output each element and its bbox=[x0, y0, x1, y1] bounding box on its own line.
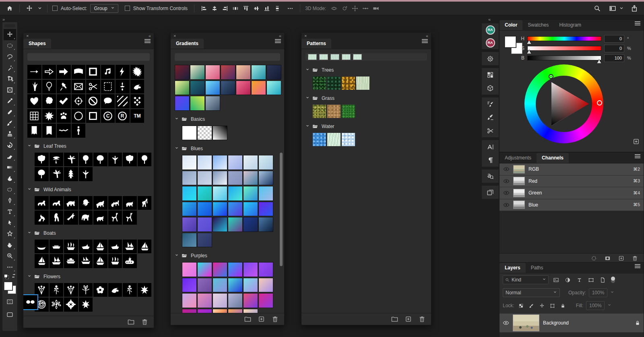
brush-tool[interactable] bbox=[4, 118, 16, 129]
shape-cruiser[interactable] bbox=[64, 254, 78, 268]
panel-menu-icon[interactable] bbox=[144, 41, 151, 41]
new-group-icon[interactable] bbox=[244, 316, 251, 323]
gradient-swatch[interactable] bbox=[182, 278, 197, 293]
share-icon[interactable] bbox=[630, 4, 639, 13]
brush-settings-panel-icon[interactable] bbox=[482, 97, 499, 111]
shape-arrow-outline[interactable] bbox=[42, 65, 56, 79]
lock-transparent-icon[interactable] bbox=[517, 302, 525, 309]
frame-tool[interactable] bbox=[4, 85, 16, 96]
new-group-icon[interactable] bbox=[391, 316, 398, 323]
gradient-swatch[interactable] bbox=[182, 262, 197, 277]
gradient-swatch[interactable] bbox=[258, 217, 273, 232]
smudge-tool[interactable] bbox=[4, 173, 16, 184]
shape-moose[interactable] bbox=[108, 211, 122, 225]
panel-menu-icon[interactable] bbox=[635, 266, 640, 267]
shape-diagonal-stripes[interactable] bbox=[116, 94, 130, 108]
filter-pixel-layers-icon[interactable] bbox=[551, 276, 560, 284]
shape-anteater[interactable] bbox=[93, 211, 107, 225]
gradient-swatch[interactable] bbox=[251, 81, 266, 95]
shape-burst[interactable] bbox=[42, 109, 56, 123]
pattern-grass-dirt[interactable] bbox=[327, 105, 341, 118]
shape-daisy[interactable] bbox=[64, 298, 78, 312]
shape-wildflowers[interactable] bbox=[64, 283, 78, 297]
lasso-tool[interactable] bbox=[4, 51, 16, 62]
filter-adjustment-layers-icon[interactable] bbox=[563, 276, 572, 284]
shape-glasses-selected[interactable] bbox=[23, 295, 37, 309]
gradients-search-input[interactable] bbox=[175, 53, 280, 61]
section-leaf-trees[interactable]: Leaf Trees bbox=[23, 140, 154, 152]
close-icon[interactable]: × bbox=[173, 33, 176, 38]
gradient-swatch[interactable] bbox=[197, 262, 212, 277]
gradient-swatch[interactable] bbox=[182, 202, 197, 217]
lock-all-icon[interactable] bbox=[559, 302, 567, 309]
shape-tree-4[interactable] bbox=[93, 153, 107, 167]
collapse-icon[interactable]: « bbox=[149, 33, 151, 38]
gradient-swatch[interactable] bbox=[197, 155, 212, 170]
tab-paths[interactable]: Paths bbox=[526, 263, 549, 273]
section-trees[interactable]: Trees bbox=[301, 64, 431, 76]
fill-value[interactable]: 100% bbox=[586, 301, 605, 310]
close-icon[interactable]: × bbox=[304, 33, 307, 38]
shape-galleon[interactable] bbox=[79, 254, 93, 268]
type-tool[interactable] bbox=[4, 206, 16, 217]
section-wild-animals[interactable]: Wild Animals bbox=[23, 184, 154, 195]
shape-tall-ship[interactable] bbox=[64, 240, 78, 254]
gradient-swatch[interactable] bbox=[182, 171, 197, 186]
path-select-tool[interactable] bbox=[4, 217, 16, 229]
gradient-swatch[interactable] bbox=[190, 96, 205, 111]
shape-rhino[interactable] bbox=[64, 196, 78, 210]
shape-banner-vertical-2[interactable] bbox=[42, 124, 56, 138]
gradient-tool[interactable] bbox=[4, 162, 16, 173]
shape-tree-palm[interactable] bbox=[64, 153, 78, 167]
show-transform-checkbox[interactable] bbox=[125, 6, 130, 11]
shape-pointed-flower[interactable] bbox=[138, 283, 152, 297]
foreground-background-swatches[interactable] bbox=[4, 282, 16, 294]
shape-no-symbol[interactable] bbox=[86, 94, 100, 108]
gradient-swatch[interactable] bbox=[258, 202, 273, 217]
gradient-swatch[interactable] bbox=[182, 293, 197, 308]
align-bottom-edges-icon[interactable] bbox=[262, 4, 272, 13]
shape-elephant[interactable] bbox=[79, 211, 93, 225]
distribute-horizontal-icon[interactable] bbox=[231, 4, 240, 13]
shape-sailboat-4[interactable] bbox=[93, 254, 107, 268]
gradient-swatch[interactable] bbox=[205, 65, 220, 80]
delete-channel-icon[interactable] bbox=[632, 255, 638, 261]
gradient-swatch[interactable] bbox=[197, 293, 212, 308]
gradient-swatch[interactable] bbox=[228, 171, 243, 186]
shape-dahlia[interactable] bbox=[79, 298, 93, 312]
color-wheel[interactable] bbox=[524, 64, 603, 143]
gradient-swatch[interactable] bbox=[213, 126, 227, 141]
distribute-vertical-icon[interactable] bbox=[272, 4, 282, 13]
panel-menu-icon[interactable] bbox=[275, 41, 281, 41]
pattern-water-light[interactable] bbox=[342, 133, 355, 146]
pattern-recent-5[interactable] bbox=[353, 54, 362, 60]
gradient-swatch[interactable] bbox=[175, 81, 190, 95]
shape-tree-2[interactable] bbox=[50, 153, 64, 167]
gradient-swatch[interactable] bbox=[197, 217, 212, 232]
sponge-tool[interactable] bbox=[4, 184, 16, 195]
channel-row-rgb[interactable]: RGB ⌘2 bbox=[500, 163, 644, 176]
gradient-swatch[interactable] bbox=[228, 202, 243, 217]
shape-submarine[interactable] bbox=[123, 254, 137, 268]
shapes-search-input[interactable] bbox=[27, 53, 150, 61]
pattern-trees-reeds[interactable] bbox=[356, 76, 369, 90]
section-basics[interactable]: Basics bbox=[171, 113, 284, 125]
visibility-eye-icon[interactable] bbox=[503, 190, 510, 196]
pattern-water-blue[interactable] bbox=[313, 133, 326, 146]
shape-gazelle[interactable] bbox=[64, 211, 78, 225]
shape-tree-8[interactable] bbox=[35, 167, 49, 181]
visibility-eye-icon[interactable] bbox=[503, 178, 510, 184]
shape-banner-vertical[interactable] bbox=[27, 124, 41, 138]
gradient-swatch[interactable] bbox=[213, 186, 227, 201]
shape-tree-3[interactable] bbox=[79, 153, 93, 167]
tab-gradients[interactable]: Gradients bbox=[171, 39, 204, 49]
tab-color[interactable]: Color bbox=[500, 20, 522, 30]
gradient-swatch[interactable] bbox=[243, 262, 258, 277]
shape-arrow-bold[interactable] bbox=[57, 65, 71, 79]
3d-camera-icon[interactable] bbox=[371, 4, 381, 13]
gradient-swatch[interactable] bbox=[190, 65, 205, 80]
visibility-eye-icon[interactable] bbox=[503, 202, 510, 208]
visibility-eye-icon[interactable] bbox=[503, 320, 509, 326]
gradient-swatch[interactable] bbox=[175, 96, 190, 111]
gradient-swatch[interactable] bbox=[258, 278, 273, 293]
